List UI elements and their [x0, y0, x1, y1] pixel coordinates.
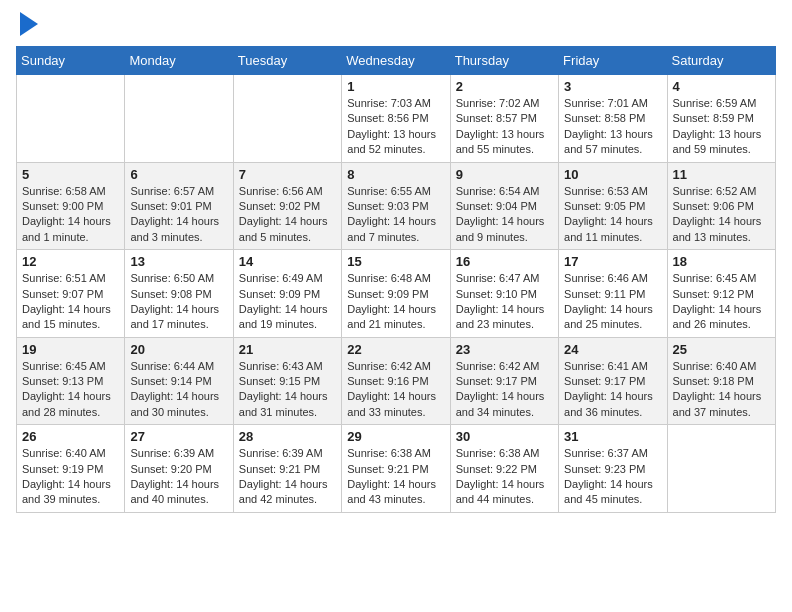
day-info: Sunrise: 6:42 AMSunset: 9:17 PMDaylight:… — [456, 359, 553, 421]
calendar-cell: 30Sunrise: 6:38 AMSunset: 9:22 PMDayligh… — [450, 425, 558, 513]
calendar-cell: 20Sunrise: 6:44 AMSunset: 9:14 PMDayligh… — [125, 337, 233, 425]
day-info: Sunrise: 6:38 AMSunset: 9:22 PMDaylight:… — [456, 446, 553, 508]
calendar-cell: 14Sunrise: 6:49 AMSunset: 9:09 PMDayligh… — [233, 250, 341, 338]
header-monday: Monday — [125, 47, 233, 75]
day-number: 11 — [673, 167, 770, 182]
day-number: 28 — [239, 429, 336, 444]
day-number: 9 — [456, 167, 553, 182]
day-info: Sunrise: 6:39 AMSunset: 9:21 PMDaylight:… — [239, 446, 336, 508]
calendar-cell: 19Sunrise: 6:45 AMSunset: 9:13 PMDayligh… — [17, 337, 125, 425]
day-number: 20 — [130, 342, 227, 357]
day-info: Sunrise: 6:51 AMSunset: 9:07 PMDaylight:… — [22, 271, 119, 333]
header-wednesday: Wednesday — [342, 47, 450, 75]
calendar-cell: 8Sunrise: 6:55 AMSunset: 9:03 PMDaylight… — [342, 162, 450, 250]
day-info: Sunrise: 6:39 AMSunset: 9:20 PMDaylight:… — [130, 446, 227, 508]
calendar-week-2: 5Sunrise: 6:58 AMSunset: 9:00 PMDaylight… — [17, 162, 776, 250]
calendar-cell: 25Sunrise: 6:40 AMSunset: 9:18 PMDayligh… — [667, 337, 775, 425]
day-number: 22 — [347, 342, 444, 357]
day-number: 1 — [347, 79, 444, 94]
day-number: 7 — [239, 167, 336, 182]
calendar-header-row: SundayMondayTuesdayWednesdayThursdayFrid… — [17, 47, 776, 75]
calendar-cell: 12Sunrise: 6:51 AMSunset: 9:07 PMDayligh… — [17, 250, 125, 338]
day-number: 6 — [130, 167, 227, 182]
logo — [16, 16, 38, 36]
day-number: 15 — [347, 254, 444, 269]
day-info: Sunrise: 7:01 AMSunset: 8:58 PMDaylight:… — [564, 96, 661, 158]
day-number: 27 — [130, 429, 227, 444]
day-number: 30 — [456, 429, 553, 444]
day-info: Sunrise: 6:53 AMSunset: 9:05 PMDaylight:… — [564, 184, 661, 246]
calendar-cell: 21Sunrise: 6:43 AMSunset: 9:15 PMDayligh… — [233, 337, 341, 425]
calendar-cell: 23Sunrise: 6:42 AMSunset: 9:17 PMDayligh… — [450, 337, 558, 425]
calendar-cell: 15Sunrise: 6:48 AMSunset: 9:09 PMDayligh… — [342, 250, 450, 338]
day-number: 5 — [22, 167, 119, 182]
calendar-week-1: 1Sunrise: 7:03 AMSunset: 8:56 PMDaylight… — [17, 75, 776, 163]
calendar-cell: 13Sunrise: 6:50 AMSunset: 9:08 PMDayligh… — [125, 250, 233, 338]
calendar-cell — [667, 425, 775, 513]
day-info: Sunrise: 6:43 AMSunset: 9:15 PMDaylight:… — [239, 359, 336, 421]
calendar-cell: 26Sunrise: 6:40 AMSunset: 9:19 PMDayligh… — [17, 425, 125, 513]
day-info: Sunrise: 6:46 AMSunset: 9:11 PMDaylight:… — [564, 271, 661, 333]
calendar-cell: 22Sunrise: 6:42 AMSunset: 9:16 PMDayligh… — [342, 337, 450, 425]
calendar-cell — [233, 75, 341, 163]
day-info: Sunrise: 6:38 AMSunset: 9:21 PMDaylight:… — [347, 446, 444, 508]
day-number: 26 — [22, 429, 119, 444]
day-number: 31 — [564, 429, 661, 444]
calendar-cell — [17, 75, 125, 163]
calendar-cell: 31Sunrise: 6:37 AMSunset: 9:23 PMDayligh… — [559, 425, 667, 513]
calendar-cell: 17Sunrise: 6:46 AMSunset: 9:11 PMDayligh… — [559, 250, 667, 338]
header-tuesday: Tuesday — [233, 47, 341, 75]
day-number: 13 — [130, 254, 227, 269]
day-info: Sunrise: 6:42 AMSunset: 9:16 PMDaylight:… — [347, 359, 444, 421]
page-header — [16, 16, 776, 36]
day-info: Sunrise: 6:57 AMSunset: 9:01 PMDaylight:… — [130, 184, 227, 246]
day-info: Sunrise: 6:40 AMSunset: 9:18 PMDaylight:… — [673, 359, 770, 421]
day-number: 25 — [673, 342, 770, 357]
header-saturday: Saturday — [667, 47, 775, 75]
day-info: Sunrise: 6:44 AMSunset: 9:14 PMDaylight:… — [130, 359, 227, 421]
calendar-cell: 3Sunrise: 7:01 AMSunset: 8:58 PMDaylight… — [559, 75, 667, 163]
calendar-cell: 10Sunrise: 6:53 AMSunset: 9:05 PMDayligh… — [559, 162, 667, 250]
calendar-cell: 6Sunrise: 6:57 AMSunset: 9:01 PMDaylight… — [125, 162, 233, 250]
day-info: Sunrise: 6:45 AMSunset: 9:12 PMDaylight:… — [673, 271, 770, 333]
day-info: Sunrise: 6:45 AMSunset: 9:13 PMDaylight:… — [22, 359, 119, 421]
day-info: Sunrise: 7:03 AMSunset: 8:56 PMDaylight:… — [347, 96, 444, 158]
calendar-cell: 7Sunrise: 6:56 AMSunset: 9:02 PMDaylight… — [233, 162, 341, 250]
day-info: Sunrise: 6:54 AMSunset: 9:04 PMDaylight:… — [456, 184, 553, 246]
header-sunday: Sunday — [17, 47, 125, 75]
day-info: Sunrise: 6:47 AMSunset: 9:10 PMDaylight:… — [456, 271, 553, 333]
day-number: 14 — [239, 254, 336, 269]
day-info: Sunrise: 6:49 AMSunset: 9:09 PMDaylight:… — [239, 271, 336, 333]
calendar-cell: 18Sunrise: 6:45 AMSunset: 9:12 PMDayligh… — [667, 250, 775, 338]
day-number: 4 — [673, 79, 770, 94]
day-number: 29 — [347, 429, 444, 444]
day-number: 3 — [564, 79, 661, 94]
calendar-cell: 16Sunrise: 6:47 AMSunset: 9:10 PMDayligh… — [450, 250, 558, 338]
day-number: 21 — [239, 342, 336, 357]
calendar-cell: 27Sunrise: 6:39 AMSunset: 9:20 PMDayligh… — [125, 425, 233, 513]
calendar-week-5: 26Sunrise: 6:40 AMSunset: 9:19 PMDayligh… — [17, 425, 776, 513]
day-info: Sunrise: 6:41 AMSunset: 9:17 PMDaylight:… — [564, 359, 661, 421]
calendar-cell: 29Sunrise: 6:38 AMSunset: 9:21 PMDayligh… — [342, 425, 450, 513]
day-number: 19 — [22, 342, 119, 357]
day-info: Sunrise: 7:02 AMSunset: 8:57 PMDaylight:… — [456, 96, 553, 158]
day-info: Sunrise: 6:40 AMSunset: 9:19 PMDaylight:… — [22, 446, 119, 508]
day-info: Sunrise: 6:56 AMSunset: 9:02 PMDaylight:… — [239, 184, 336, 246]
day-info: Sunrise: 6:58 AMSunset: 9:00 PMDaylight:… — [22, 184, 119, 246]
day-info: Sunrise: 6:59 AMSunset: 8:59 PMDaylight:… — [673, 96, 770, 158]
day-number: 8 — [347, 167, 444, 182]
day-info: Sunrise: 6:50 AMSunset: 9:08 PMDaylight:… — [130, 271, 227, 333]
day-number: 10 — [564, 167, 661, 182]
calendar-cell: 28Sunrise: 6:39 AMSunset: 9:21 PMDayligh… — [233, 425, 341, 513]
calendar-cell: 24Sunrise: 6:41 AMSunset: 9:17 PMDayligh… — [559, 337, 667, 425]
calendar-cell: 4Sunrise: 6:59 AMSunset: 8:59 PMDaylight… — [667, 75, 775, 163]
day-number: 16 — [456, 254, 553, 269]
day-number: 23 — [456, 342, 553, 357]
day-number: 17 — [564, 254, 661, 269]
calendar-week-4: 19Sunrise: 6:45 AMSunset: 9:13 PMDayligh… — [17, 337, 776, 425]
day-info: Sunrise: 6:52 AMSunset: 9:06 PMDaylight:… — [673, 184, 770, 246]
header-thursday: Thursday — [450, 47, 558, 75]
calendar-cell: 1Sunrise: 7:03 AMSunset: 8:56 PMDaylight… — [342, 75, 450, 163]
day-info: Sunrise: 6:48 AMSunset: 9:09 PMDaylight:… — [347, 271, 444, 333]
calendar-cell — [125, 75, 233, 163]
